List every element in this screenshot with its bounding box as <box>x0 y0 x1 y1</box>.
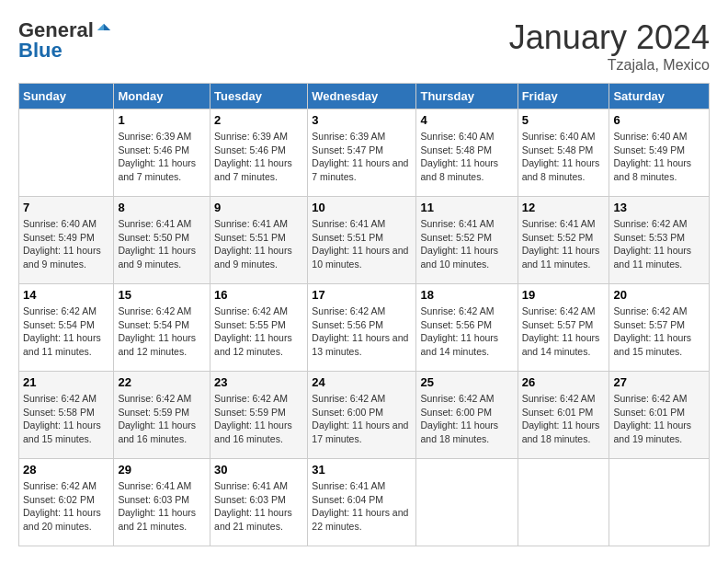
calendar-cell: 3 Sunrise: 6:39 AMSunset: 5:47 PMDayligh… <box>308 109 416 197</box>
calendar-week-row: 1 Sunrise: 6:39 AMSunset: 5:46 PMDayligh… <box>19 109 710 197</box>
calendar-cell <box>518 459 609 546</box>
calendar-cell: 18 Sunrise: 6:42 AMSunset: 5:56 PMDaylig… <box>416 284 518 372</box>
day-info: Sunrise: 6:42 AMSunset: 5:56 PMDaylight:… <box>420 304 513 359</box>
day-info: Sunrise: 6:41 AMSunset: 5:50 PMDaylight:… <box>118 217 206 271</box>
day-info: Sunrise: 6:42 AMSunset: 6:00 PMDaylight:… <box>420 392 513 446</box>
calendar-cell: 12 Sunrise: 6:41 AMSunset: 5:52 PMDaylig… <box>518 197 609 284</box>
calendar-cell: 15 Sunrise: 6:42 AMSunset: 5:54 PMDaylig… <box>114 284 210 372</box>
logo-blue-text: Blue <box>18 39 63 63</box>
day-number: 17 <box>312 288 412 302</box>
calendar-cell: 5 Sunrise: 6:40 AMSunset: 5:48 PMDayligh… <box>518 109 609 197</box>
day-number: 5 <box>522 113 606 127</box>
day-number: 3 <box>312 113 412 127</box>
calendar-cell: 4 Sunrise: 6:40 AMSunset: 5:48 PMDayligh… <box>416 109 518 197</box>
weekday-header-friday: Friday <box>518 84 609 109</box>
day-info: Sunrise: 6:40 AMSunset: 5:48 PMDaylight:… <box>522 130 606 184</box>
calendar-cell: 30 Sunrise: 6:41 AMSunset: 6:03 PMDaylig… <box>210 459 308 546</box>
calendar-week-row: 14 Sunrise: 6:42 AMSunset: 5:54 PMDaylig… <box>19 284 710 372</box>
day-info: Sunrise: 6:41 AMSunset: 6:04 PMDaylight:… <box>312 479 412 534</box>
day-number: 12 <box>522 201 606 214</box>
day-number: 16 <box>214 288 303 302</box>
day-info: Sunrise: 6:42 AMSunset: 5:55 PMDaylight:… <box>214 304 303 359</box>
weekday-header-sunday: Sunday <box>19 84 114 109</box>
calendar-table: SundayMondayTuesdayWednesdayThursdayFrid… <box>18 83 710 546</box>
day-number: 25 <box>420 375 513 389</box>
calendar-cell <box>19 109 114 197</box>
day-number: 19 <box>522 288 606 302</box>
calendar-cell: 29 Sunrise: 6:41 AMSunset: 6:03 PMDaylig… <box>114 459 210 546</box>
calendar-cell: 26 Sunrise: 6:42 AMSunset: 6:01 PMDaylig… <box>518 372 609 459</box>
calendar-cell: 28 Sunrise: 6:42 AMSunset: 6:02 PMDaylig… <box>19 459 114 546</box>
day-info: Sunrise: 6:40 AMSunset: 5:48 PMDaylight:… <box>420 130 513 184</box>
calendar-cell: 31 Sunrise: 6:41 AMSunset: 6:04 PMDaylig… <box>308 459 416 546</box>
calendar-cell: 11 Sunrise: 6:41 AMSunset: 5:52 PMDaylig… <box>416 197 518 284</box>
day-number: 6 <box>613 113 705 127</box>
svg-marker-0 <box>104 24 110 30</box>
calendar-cell: 17 Sunrise: 6:42 AMSunset: 5:56 PMDaylig… <box>308 284 416 372</box>
day-info: Sunrise: 6:41 AMSunset: 5:52 PMDaylight:… <box>420 217 513 271</box>
calendar-cell: 23 Sunrise: 6:42 AMSunset: 5:59 PMDaylig… <box>210 372 308 459</box>
calendar-cell: 14 Sunrise: 6:42 AMSunset: 5:54 PMDaylig… <box>19 284 114 372</box>
title-block: January 2024 Tzajala, Mexico <box>509 18 710 74</box>
day-info: Sunrise: 6:41 AMSunset: 5:51 PMDaylight:… <box>312 217 412 271</box>
day-number: 15 <box>118 288 206 302</box>
calendar-cell: 7 Sunrise: 6:40 AMSunset: 5:49 PMDayligh… <box>19 197 114 284</box>
calendar-cell: 6 Sunrise: 6:40 AMSunset: 5:49 PMDayligh… <box>609 109 710 197</box>
calendar-cell: 27 Sunrise: 6:42 AMSunset: 6:01 PMDaylig… <box>609 372 710 459</box>
day-info: Sunrise: 6:39 AMSunset: 5:46 PMDaylight:… <box>118 130 206 184</box>
day-number: 30 <box>214 463 303 477</box>
day-info: Sunrise: 6:41 AMSunset: 6:03 PMDaylight:… <box>214 479 303 534</box>
day-number: 28 <box>23 463 109 477</box>
weekday-header-thursday: Thursday <box>416 84 518 109</box>
day-number: 1 <box>118 113 206 127</box>
day-info: Sunrise: 6:41 AMSunset: 6:03 PMDaylight:… <box>118 479 206 534</box>
day-info: Sunrise: 6:42 AMSunset: 5:56 PMDaylight:… <box>312 304 412 359</box>
calendar-cell: 8 Sunrise: 6:41 AMSunset: 5:50 PMDayligh… <box>114 197 210 284</box>
weekday-header-monday: Monday <box>114 84 210 109</box>
calendar-cell <box>416 459 518 546</box>
day-info: Sunrise: 6:42 AMSunset: 5:57 PMDaylight:… <box>613 304 705 359</box>
calendar-week-row: 28 Sunrise: 6:42 AMSunset: 6:02 PMDaylig… <box>19 459 710 546</box>
day-number: 11 <box>420 201 513 214</box>
calendar-cell: 13 Sunrise: 6:42 AMSunset: 5:53 PMDaylig… <box>609 197 710 284</box>
day-info: Sunrise: 6:42 AMSunset: 6:01 PMDaylight:… <box>522 392 606 446</box>
day-number: 26 <box>522 375 606 389</box>
calendar-week-row: 21 Sunrise: 6:42 AMSunset: 5:58 PMDaylig… <box>19 372 710 459</box>
day-info: Sunrise: 6:41 AMSunset: 5:52 PMDaylight:… <box>522 217 606 271</box>
day-number: 14 <box>23 288 109 302</box>
calendar-cell: 20 Sunrise: 6:42 AMSunset: 5:57 PMDaylig… <box>609 284 710 372</box>
day-number: 8 <box>118 201 206 214</box>
day-info: Sunrise: 6:40 AMSunset: 5:49 PMDaylight:… <box>23 217 109 271</box>
calendar-cell: 24 Sunrise: 6:42 AMSunset: 6:00 PMDaylig… <box>308 372 416 459</box>
calendar-cell: 9 Sunrise: 6:41 AMSunset: 5:51 PMDayligh… <box>210 197 308 284</box>
page-header: General Blue January 2024 Tzajala, Mexic… <box>18 18 710 74</box>
day-number: 31 <box>312 463 412 477</box>
weekday-header-wednesday: Wednesday <box>308 84 416 109</box>
logo: General Blue <box>18 18 112 63</box>
day-info: Sunrise: 6:42 AMSunset: 6:01 PMDaylight:… <box>613 392 705 446</box>
day-number: 10 <box>312 201 412 214</box>
weekday-header-tuesday: Tuesday <box>210 84 308 109</box>
calendar-week-row: 7 Sunrise: 6:40 AMSunset: 5:49 PMDayligh… <box>19 197 710 284</box>
day-info: Sunrise: 6:42 AMSunset: 6:02 PMDaylight:… <box>23 479 109 534</box>
day-info: Sunrise: 6:42 AMSunset: 5:59 PMDaylight:… <box>214 392 303 446</box>
calendar-cell: 21 Sunrise: 6:42 AMSunset: 5:58 PMDaylig… <box>19 372 114 459</box>
calendar-cell: 1 Sunrise: 6:39 AMSunset: 5:46 PMDayligh… <box>114 109 210 197</box>
location-text: Tzajala, Mexico <box>509 57 710 74</box>
day-info: Sunrise: 6:42 AMSunset: 5:54 PMDaylight:… <box>23 304 109 359</box>
day-info: Sunrise: 6:42 AMSunset: 5:54 PMDaylight:… <box>118 304 206 359</box>
day-info: Sunrise: 6:39 AMSunset: 5:47 PMDaylight:… <box>312 130 412 184</box>
day-number: 23 <box>214 375 303 389</box>
day-number: 7 <box>23 201 109 214</box>
weekday-header-saturday: Saturday <box>609 84 710 109</box>
day-info: Sunrise: 6:41 AMSunset: 5:51 PMDaylight:… <box>214 217 303 271</box>
day-number: 22 <box>118 375 206 389</box>
calendar-cell: 22 Sunrise: 6:42 AMSunset: 5:59 PMDaylig… <box>114 372 210 459</box>
day-number: 4 <box>420 113 513 127</box>
calendar-cell: 19 Sunrise: 6:42 AMSunset: 5:57 PMDaylig… <box>518 284 609 372</box>
day-info: Sunrise: 6:42 AMSunset: 5:57 PMDaylight:… <box>522 304 606 359</box>
logo-flag-icon <box>96 22 112 39</box>
day-number: 13 <box>613 201 705 214</box>
day-number: 29 <box>118 463 206 477</box>
month-title: January 2024 <box>509 18 710 57</box>
